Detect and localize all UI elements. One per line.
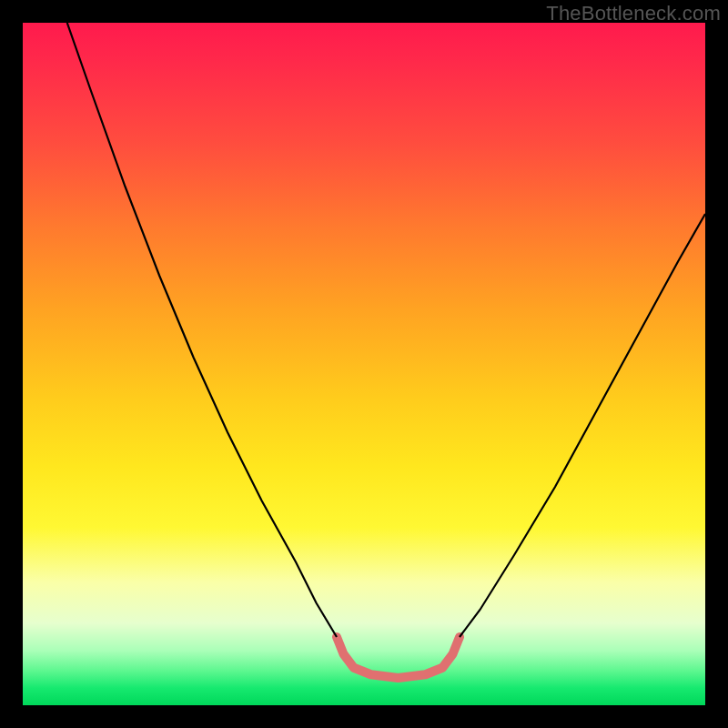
curve-layer xyxy=(23,23,705,705)
watermark-text: TheBottleneck.com xyxy=(546,2,721,25)
plot-area xyxy=(23,23,705,705)
chart-frame: TheBottleneck.com xyxy=(0,0,728,728)
left-curve-path xyxy=(67,23,337,637)
valley-floor-path xyxy=(337,637,460,678)
right-curve-path xyxy=(460,214,705,637)
